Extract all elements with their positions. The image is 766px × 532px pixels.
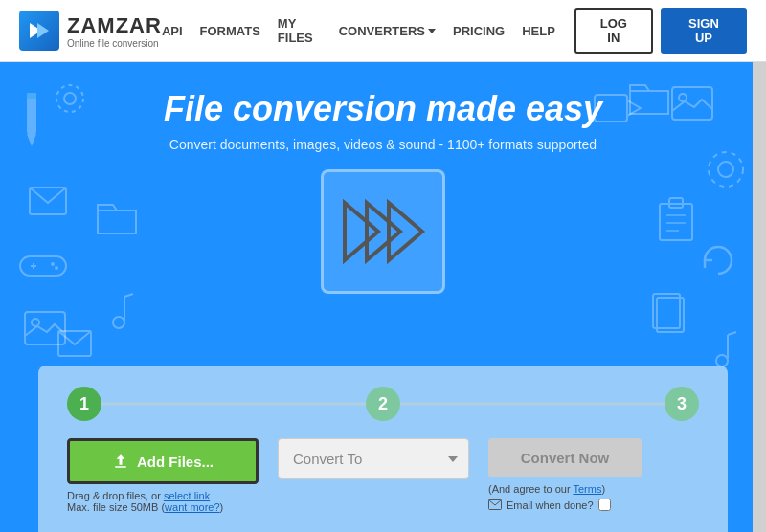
music-icon-l — [105, 292, 134, 330]
email-icon — [488, 499, 502, 510]
step2-circle: 2 — [366, 387, 400, 421]
agree-text: (And agree to our Terms) — [488, 483, 642, 495]
nav-converters[interactable]: CONVERTERS — [339, 24, 436, 38]
svg-marker-36 — [367, 203, 400, 260]
add-files-button[interactable]: Add Files... — [67, 438, 259, 484]
signup-button[interactable]: SIGN UP — [661, 8, 747, 54]
upload-icon — [112, 453, 129, 470]
hero-logo-center — [0, 169, 766, 294]
play-arrows-svg — [340, 193, 426, 270]
svg-point-17 — [113, 317, 124, 328]
svg-marker-37 — [389, 203, 422, 260]
nav-links: API FORMATS MY FILES CONVERTERS PRICING … — [162, 16, 555, 45]
zamzar-logo-icon — [19, 11, 59, 51]
step1-area: Add Files... Drag & drop files, or selec… — [67, 438, 259, 513]
convert-now-button[interactable]: Convert Now — [488, 438, 642, 477]
hero-title: File conversion made easy — [0, 89, 766, 129]
terms-link[interactable]: Terms — [573, 483, 601, 495]
login-button[interactable]: LOG IN — [574, 8, 653, 54]
navbar: ZAMZAR Online file conversion API FORMAT… — [0, 0, 766, 62]
svg-rect-15 — [58, 331, 91, 356]
convert-to-wrapper: Convert To — [278, 438, 469, 479]
svg-line-32 — [728, 332, 736, 335]
svg-marker-1 — [37, 23, 49, 38]
nav-pricing[interactable]: PRICING — [453, 24, 505, 38]
logo-name: ZAMZAR — [67, 13, 162, 38]
step1-hint: Drag & drop files, or select link Max. f… — [67, 490, 259, 513]
nav-formats[interactable]: FORMATS — [200, 24, 260, 38]
nav-api[interactable]: API — [162, 24, 183, 38]
hero-text: File conversion made easy Convert docume… — [0, 62, 766, 152]
copy-icon-r — [651, 292, 689, 338]
hero-logo-box — [321, 169, 445, 294]
nav-myfiles[interactable]: MY FILES — [278, 16, 322, 45]
steps-row: 1 2 3 — [67, 387, 699, 421]
nav-buttons: LOG IN SIGN UP — [574, 8, 747, 54]
logo-area: ZAMZAR Online file conversion — [19, 11, 162, 51]
music-icon-r — [709, 330, 737, 368]
svg-rect-38 — [115, 466, 126, 468]
svg-rect-13 — [25, 312, 65, 344]
conversion-panel: 1 2 3 Add Files... Drag & drop files, or… — [38, 366, 728, 532]
controls-row: Add Files... Drag & drop files, or selec… — [67, 438, 699, 513]
nav-help[interactable]: HELP — [522, 24, 555, 38]
logo-text: ZAMZAR Online file conversion — [67, 13, 162, 49]
svg-rect-28 — [657, 298, 684, 332]
step1-circle: 1 — [67, 387, 101, 421]
step2-area: Convert To — [278, 438, 469, 479]
hero-section: File conversion made easy Convert docume… — [0, 62, 766, 532]
email-checkbox[interactable] — [598, 499, 611, 511]
svg-marker-35 — [345, 203, 378, 260]
step3-circle: 3 — [665, 387, 699, 421]
image-icon-bl — [24, 311, 66, 345]
converters-dropdown-arrow — [428, 29, 436, 33]
svg-rect-29 — [653, 294, 680, 328]
email-row: Email when done? — [488, 499, 642, 511]
logo-tagline: Online file conversion — [67, 38, 162, 49]
step3-area: Convert Now (And agree to our Terms) Ema… — [488, 438, 642, 511]
convert-to-select[interactable]: Convert To — [278, 438, 469, 479]
email-label: Email when done? — [507, 499, 594, 511]
svg-point-14 — [32, 319, 39, 326]
mail-icon-l2 — [57, 330, 92, 357]
select-link[interactable]: select link — [164, 490, 210, 501]
hero-subtitle: Convert documents, images, videos & soun… — [0, 137, 766, 152]
svg-line-18 — [124, 294, 133, 297]
want-more-link[interactable]: want more? — [165, 501, 219, 513]
